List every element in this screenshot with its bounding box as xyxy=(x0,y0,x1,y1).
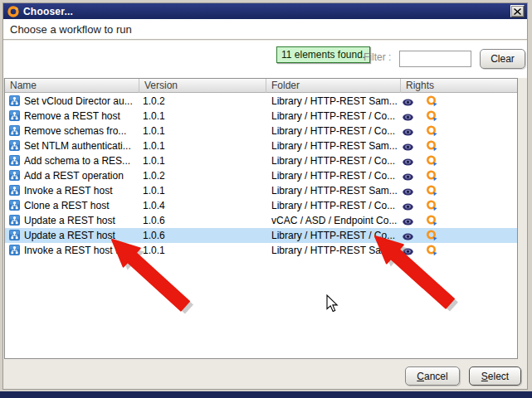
workflow-icon xyxy=(9,155,20,166)
execute-permission-icon xyxy=(426,170,437,182)
workflow-row[interactable]: Clone a REST host 1.0.4 Library / HTTP-R… xyxy=(5,198,517,213)
workflow-row[interactable]: Invoke a REST host wi... 1.0.1 Library /… xyxy=(5,243,517,258)
view-permission-icon xyxy=(403,246,413,254)
background-strip xyxy=(0,391,532,398)
execute-permission-icon xyxy=(426,125,437,137)
cancel-button[interactable]: Cancel xyxy=(405,366,460,386)
workflow-version: 1.0.1 xyxy=(143,138,259,153)
workflow-icon xyxy=(9,95,20,106)
close-icon xyxy=(514,8,521,15)
execute-permission-icon xyxy=(426,215,437,226)
workflow-folder: Library / HTTP-REST / Co... xyxy=(271,153,399,168)
view-permission-icon xyxy=(403,97,413,104)
workflow-row[interactable]: Update a REST host 1.0.6 Library / HTTP-… xyxy=(5,228,517,243)
workflow-version: 1.0.1 xyxy=(143,153,259,168)
view-permission-icon xyxy=(403,112,413,119)
view-permission-icon xyxy=(403,172,413,179)
clear-button[interactable]: Clear xyxy=(480,49,525,69)
select-button[interactable]: Select xyxy=(469,366,521,386)
workflow-name: Update a REST host xyxy=(24,213,139,228)
workflow-row[interactable]: Set NTLM authenticati... 1.0.1 Library /… xyxy=(5,138,517,153)
workflow-icon xyxy=(9,245,20,255)
elements-found-badge: 11 elements found. xyxy=(276,46,370,63)
table-header: Name Version Folder Rights xyxy=(5,79,517,93)
workflow-icon xyxy=(9,185,20,196)
workflow-name: Add a REST operation xyxy=(24,168,139,183)
execute-permission-icon xyxy=(426,200,437,211)
execute-permission-icon xyxy=(426,140,437,152)
workflow-name: Add schema to a RES... xyxy=(24,153,139,168)
workflow-folder: Library / HTTP-REST / Co... xyxy=(271,124,399,138)
workflow-icon xyxy=(9,200,20,211)
workflow-name: Set vCloud Director au... xyxy=(24,94,139,109)
workflow-icon xyxy=(9,215,20,226)
workflow-version: 1.0.4 xyxy=(143,198,259,213)
workflow-icon xyxy=(9,140,20,151)
execute-permission-icon xyxy=(426,110,437,122)
workflow-version: 1.0.6 xyxy=(143,213,259,228)
close-button[interactable] xyxy=(510,5,525,17)
workflow-folder: Library / HTTP-REST / Co... xyxy=(271,109,399,124)
workflow-name: Remove a REST host xyxy=(24,109,139,124)
footer: Cancel Select xyxy=(3,359,527,389)
workflow-row[interactable]: Add a REST operation 1.0.2 Library / HTT… xyxy=(5,168,517,183)
titlebar[interactable]: Chooser... xyxy=(3,3,527,19)
dialog-prompt: Choose a workflow to run xyxy=(3,19,527,40)
workflow-folder: vCAC / ASD / Endpoint Co... xyxy=(271,213,399,228)
orchestrator-logo-icon xyxy=(7,6,19,17)
column-header-rights[interactable]: Rights xyxy=(400,79,518,93)
execute-permission-icon xyxy=(426,155,437,167)
window-title: Chooser... xyxy=(23,6,73,17)
workflow-name: Set NTLM authenticati... xyxy=(24,138,139,153)
column-header-folder[interactable]: Folder xyxy=(266,79,400,93)
workflow-folder: Library / HTTP-REST Sam... xyxy=(271,94,399,109)
workflow-folder: Library / HTTP-REST / Co... xyxy=(271,168,399,183)
workflow-name: Clone a REST host xyxy=(24,198,139,213)
workflow-version: 1.0.2 xyxy=(143,168,259,183)
filter-label: Filter : xyxy=(364,51,391,63)
workflow-name: Update a REST host xyxy=(24,228,139,243)
view-permission-icon xyxy=(403,216,413,224)
workflow-row[interactable]: Invoke a REST host 1.0.1 Library / HTTP-… xyxy=(5,183,517,198)
chooser-dialog: Chooser... Choose a workflow to run 11 e… xyxy=(2,2,528,390)
view-permission-icon xyxy=(403,231,413,239)
screen: { "window": { "title": "Chooser..." }, "… xyxy=(0,0,532,398)
workflow-version: 1.0.2 xyxy=(143,94,259,109)
workflow-name: Remove schemas fro... xyxy=(24,124,139,138)
execute-permission-icon xyxy=(426,230,437,241)
workflow-row[interactable]: Remove schemas fro... 1.0.1 Library / HT… xyxy=(5,124,517,138)
workflow-version: 1.0.6 xyxy=(143,228,259,243)
workflow-row[interactable]: Remove a REST host 1.0.1 Library / HTTP-… xyxy=(5,109,517,124)
workflow-list: Set vCloud Director au... 1.0.2 Library … xyxy=(5,94,517,358)
column-header-name[interactable]: Name xyxy=(5,79,139,93)
view-permission-icon xyxy=(403,201,413,209)
execute-permission-icon xyxy=(426,245,437,256)
workflow-icon xyxy=(9,170,20,181)
workflow-row[interactable]: Update a REST host 1.0.6 vCAC / ASD / En… xyxy=(5,213,517,228)
workflow-folder: Library / HTTP-REST Sam... xyxy=(271,243,399,258)
workflow-icon xyxy=(9,230,20,240)
workflow-folder: Library / HTTP-REST Sam... xyxy=(271,138,399,153)
workflow-name: Invoke a REST host xyxy=(24,183,139,198)
workflow-version: 1.0.1 xyxy=(143,109,259,124)
filter-input[interactable] xyxy=(399,51,471,67)
view-permission-icon xyxy=(403,187,413,194)
view-permission-icon xyxy=(403,157,413,164)
workflow-icon xyxy=(9,125,20,136)
workflow-folder: Library / HTTP-REST / Co... xyxy=(271,198,399,213)
workflow-version: 1.0.1 xyxy=(143,124,259,138)
workflow-row[interactable]: Add schema to a RES... 1.0.1 Library / H… xyxy=(5,153,517,168)
view-permission-icon xyxy=(403,127,413,134)
workflow-version: 1.0.1 xyxy=(143,243,259,258)
workflow-icon xyxy=(9,110,20,121)
workflow-row[interactable]: Set vCloud Director au... 1.0.2 Library … xyxy=(5,94,517,109)
filter-bar: 11 elements found. Filter : Clear xyxy=(3,41,527,78)
workflow-folder: Library / HTTP-REST / Co... xyxy=(271,228,399,243)
view-permission-icon xyxy=(403,142,413,149)
workflow-folder: Library / HTTP-REST Sam... xyxy=(271,183,399,198)
execute-permission-icon xyxy=(426,185,437,197)
workflow-version: 1.0.1 xyxy=(143,183,259,198)
execute-permission-icon xyxy=(426,95,437,107)
column-header-version[interactable]: Version xyxy=(139,79,266,93)
workflow-name: Invoke a REST host wi... xyxy=(24,243,139,258)
